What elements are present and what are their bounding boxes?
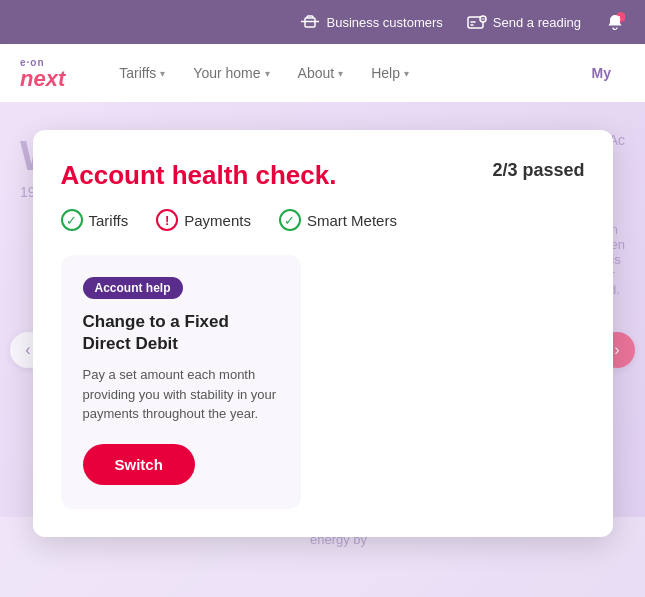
- health-check-modal: Account health check. 2/3 passed ✓ Tarif…: [33, 130, 613, 537]
- health-item-payments: ! Payments: [156, 209, 251, 231]
- card-description: Pay a set amount each month providing yo…: [83, 365, 279, 424]
- smart-meters-check-icon: ✓: [279, 209, 301, 231]
- health-item-smart-meters: ✓ Smart Meters: [279, 209, 397, 231]
- payments-warning-icon: !: [156, 209, 178, 231]
- health-items-list: ✓ Tariffs ! Payments ✓ Smart Meters: [61, 209, 585, 231]
- account-help-card: Account help Change to a Fixed Direct De…: [61, 255, 301, 509]
- health-item-tariffs: ✓ Tariffs: [61, 209, 129, 231]
- payments-health-label: Payments: [184, 212, 251, 229]
- account-help-badge: Account help: [83, 277, 183, 299]
- tariffs-health-label: Tariffs: [89, 212, 129, 229]
- modal-overlay: Account health check. 2/3 passed ✓ Tarif…: [0, 0, 645, 597]
- modal-title: Account health check.: [61, 160, 337, 191]
- smart-meters-health-label: Smart Meters: [307, 212, 397, 229]
- switch-button[interactable]: Switch: [83, 444, 195, 485]
- tariffs-check-icon: ✓: [61, 209, 83, 231]
- card-title: Change to a Fixed Direct Debit: [83, 311, 279, 355]
- modal-header: Account health check. 2/3 passed: [61, 160, 585, 191]
- modal-score: 2/3 passed: [492, 160, 584, 181]
